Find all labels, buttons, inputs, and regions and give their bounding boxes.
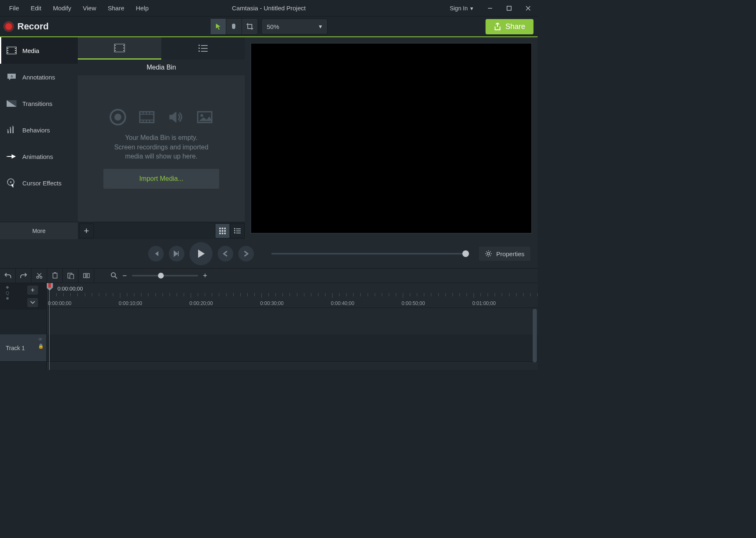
- current-time: 0:00:00;00: [57, 286, 83, 292]
- menu-share[interactable]: Share: [102, 1, 130, 15]
- menu-help[interactable]: Help: [130, 1, 155, 15]
- library-tab-media[interactable]: [78, 37, 161, 60]
- sidebar-label: Annotations: [22, 74, 55, 81]
- view-list-button[interactable]: [230, 223, 245, 238]
- share-button[interactable]: Share: [486, 19, 534, 34]
- eye-icon[interactable]: 👁: [38, 337, 44, 342]
- menu-modify[interactable]: Modify: [47, 1, 77, 15]
- share-icon: [494, 23, 501, 30]
- svg-rect-52: [224, 230, 226, 232]
- svg-rect-50: [219, 230, 221, 232]
- playhead[interactable]: [49, 283, 50, 370]
- svg-point-46: [201, 114, 203, 117]
- menu-file[interactable]: File: [3, 1, 25, 15]
- image-icon: [196, 108, 213, 126]
- svg-rect-65: [53, 273, 57, 278]
- step-back-button[interactable]: [169, 246, 184, 262]
- timeline-ruler[interactable]: 0:00:00;000:00:10;000:00:20;000:00:30;00…: [47, 293, 538, 308]
- import-media-button[interactable]: Import Media...: [103, 169, 219, 189]
- canvas-area: [245, 37, 538, 239]
- copy-button[interactable]: [47, 269, 63, 283]
- chevron-down-icon: ▾: [470, 5, 473, 12]
- step-forward-button[interactable]: [218, 246, 233, 262]
- media-icon: [7, 46, 17, 55]
- menu-edit[interactable]: Edit: [25, 1, 47, 15]
- minimize-button[interactable]: [481, 0, 500, 17]
- list-icon: [199, 44, 208, 52]
- svg-point-15: [7, 130, 9, 131]
- view-grid-button[interactable]: [215, 223, 230, 238]
- svg-line-73: [115, 276, 117, 279]
- track-header[interactable]: Track 1 👁 🔒: [0, 334, 46, 362]
- sidebar-item-behaviors[interactable]: Behaviors: [0, 117, 78, 143]
- undo-button[interactable]: [0, 269, 16, 283]
- ruler-label: 0:00:10;00: [119, 300, 142, 306]
- record-icon: [109, 108, 127, 126]
- gear-icon: [485, 250, 492, 257]
- svg-rect-12: [7, 131, 9, 133]
- zoom-dropdown[interactable]: 50% ▾: [261, 19, 328, 34]
- svg-rect-66: [54, 272, 56, 274]
- sidebar-label: Behaviors: [22, 127, 50, 134]
- svg-point-34: [110, 110, 125, 125]
- sidebar-more[interactable]: More: [0, 222, 78, 239]
- sidebar-item-animations[interactable]: Animations: [0, 143, 78, 170]
- svg-point-19: [7, 179, 14, 185]
- add-track-button[interactable]: +: [27, 286, 38, 295]
- zoom-value: 50%: [267, 23, 279, 30]
- close-button[interactable]: [519, 0, 538, 17]
- svg-rect-4: [7, 47, 17, 54]
- track-lane[interactable]: [47, 334, 538, 362]
- pan-tool[interactable]: [226, 19, 242, 34]
- crop-tool[interactable]: [242, 19, 258, 34]
- menu-view[interactable]: View: [77, 1, 102, 15]
- share-label: Share: [505, 22, 525, 31]
- empty-bin-icons: [109, 108, 213, 126]
- timeline-tracks[interactable]: 0:00:00;00 0:00:00;000:00:10;000:00:20;0…: [47, 283, 538, 370]
- record-button[interactable]: Record: [4, 21, 49, 32]
- select-tool[interactable]: [211, 19, 226, 34]
- sidebar-item-transitions[interactable]: Transitions: [0, 90, 78, 117]
- add-media-button[interactable]: +: [79, 223, 94, 238]
- filmstrip-icon: [114, 44, 125, 52]
- playhead-handle[interactable]: [47, 283, 53, 291]
- play-button[interactable]: [189, 242, 213, 265]
- svg-rect-58: [234, 230, 235, 231]
- grid-icon: [219, 228, 226, 234]
- svg-rect-13: [10, 128, 11, 133]
- svg-rect-25: [123, 45, 124, 46]
- prev-frame-button[interactable]: [148, 246, 164, 262]
- sidebar-item-annotations[interactable]: a Annotations: [0, 64, 78, 90]
- sign-in-button[interactable]: Sign In ▾: [442, 5, 481, 12]
- sidebar-item-cursor-effects[interactable]: Cursor Effects: [0, 170, 78, 196]
- zoom-out-button[interactable]: −: [122, 271, 127, 280]
- svg-rect-55: [224, 233, 226, 234]
- ruler-label: 0:00:30;00: [260, 300, 284, 306]
- maximize-button[interactable]: [500, 0, 519, 17]
- slider-thumb[interactable]: [462, 250, 469, 257]
- zoom-in-button[interactable]: +: [203, 271, 208, 280]
- properties-button[interactable]: Properties: [479, 247, 530, 261]
- svg-rect-29: [201, 45, 208, 46]
- svg-rect-10: [15, 52, 16, 53]
- cut-button[interactable]: [31, 269, 47, 283]
- redo-button[interactable]: [16, 269, 31, 283]
- timeline-scrollbar[interactable]: [533, 309, 537, 363]
- sidebar-item-media[interactable]: Media: [0, 37, 78, 64]
- chevron-down-icon: ▾: [319, 23, 322, 30]
- playback-slider[interactable]: [271, 253, 466, 255]
- track-options-button[interactable]: [27, 298, 38, 307]
- preview-canvas[interactable]: [251, 43, 532, 233]
- zoom-slider[interactable]: [132, 275, 198, 276]
- library-tab-list[interactable]: [161, 37, 245, 60]
- sign-in-label: Sign In: [450, 5, 468, 12]
- audio-icon: [167, 108, 184, 126]
- split-button[interactable]: [79, 269, 94, 283]
- library-title: Media Bin: [78, 60, 245, 75]
- zoom-thumb[interactable]: [158, 273, 164, 279]
- paste-button[interactable]: [63, 269, 79, 283]
- next-frame-button[interactable]: [238, 246, 254, 262]
- svg-rect-61: [236, 233, 241, 233]
- lock-icon[interactable]: 🔒: [38, 343, 44, 349]
- search-icon: [111, 272, 117, 279]
